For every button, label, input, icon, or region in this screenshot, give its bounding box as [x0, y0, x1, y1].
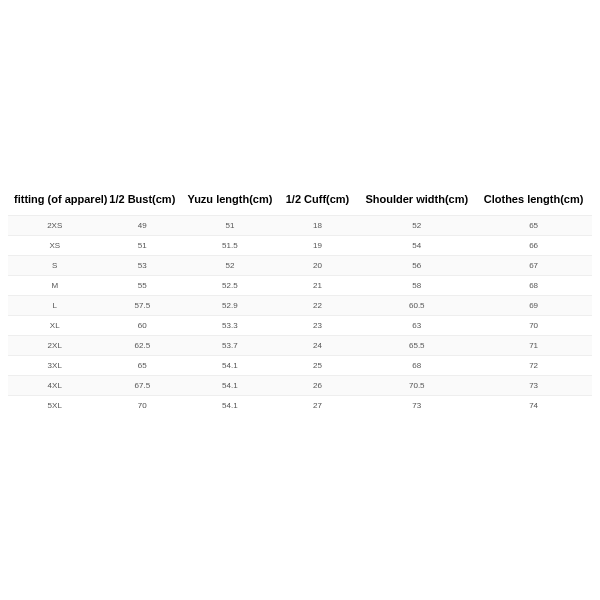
table-cell: 60.5 — [358, 296, 475, 316]
table-cell: 3XL — [8, 356, 101, 376]
table-cell: 54.1 — [183, 376, 276, 396]
table-cell: 27 — [277, 396, 359, 416]
table-cell: 2XS — [8, 216, 101, 236]
table-cell: 2XL — [8, 336, 101, 356]
col-header-yuzu: Yuzu length(cm) — [183, 185, 276, 216]
table-cell: 22 — [277, 296, 359, 316]
table-row: XL6053.3236370 — [8, 316, 592, 336]
table-cell: 58 — [358, 276, 475, 296]
table-cell: 24 — [277, 336, 359, 356]
table-cell: 52.5 — [183, 276, 276, 296]
table-cell: 23 — [277, 316, 359, 336]
table-cell: XL — [8, 316, 101, 336]
size-chart-table: fitting (of apparel) 1/2 Bust(cm) Yuzu l… — [8, 185, 592, 415]
size-chart-container: fitting (of apparel) 1/2 Bust(cm) Yuzu l… — [0, 185, 600, 415]
table-cell: 67 — [475, 256, 592, 276]
table-cell: M — [8, 276, 101, 296]
col-header-length: Clothes length(cm) — [475, 185, 592, 216]
table-cell: 71 — [475, 336, 592, 356]
table-row: M5552.5215868 — [8, 276, 592, 296]
table-cell: 49 — [101, 216, 183, 236]
table-cell: 21 — [277, 276, 359, 296]
col-header-bust: 1/2 Bust(cm) — [101, 185, 183, 216]
table-cell: 53.3 — [183, 316, 276, 336]
table-cell: 60 — [101, 316, 183, 336]
table-cell: 70 — [475, 316, 592, 336]
table-cell: 74 — [475, 396, 592, 416]
table-cell: 62.5 — [101, 336, 183, 356]
table-cell: 70.5 — [358, 376, 475, 396]
table-body: 2XS4951185265XS5151.5195466S5352205667M5… — [8, 216, 592, 416]
table-cell: 57.5 — [101, 296, 183, 316]
table-cell: 51 — [183, 216, 276, 236]
table-cell: 20 — [277, 256, 359, 276]
table-cell: 65 — [101, 356, 183, 376]
table-row: XS5151.5195466 — [8, 236, 592, 256]
table-cell: 72 — [475, 356, 592, 376]
table-cell: 51.5 — [183, 236, 276, 256]
header-row: fitting (of apparel) 1/2 Bust(cm) Yuzu l… — [8, 185, 592, 216]
table-cell: 67.5 — [101, 376, 183, 396]
table-cell: 18 — [277, 216, 359, 236]
table-row: 3XL6554.1256872 — [8, 356, 592, 376]
col-header-shoulder: Shoulder width(cm) — [358, 185, 475, 216]
col-header-cuff: 1/2 Cuff(cm) — [277, 185, 359, 216]
table-cell: 26 — [277, 376, 359, 396]
table-cell: 4XL — [8, 376, 101, 396]
table-cell: 68 — [358, 356, 475, 376]
table-cell: L — [8, 296, 101, 316]
table-cell: 5XL — [8, 396, 101, 416]
table-cell: S — [8, 256, 101, 276]
col-header-fitting: fitting (of apparel) — [8, 185, 101, 216]
table-cell: 66 — [475, 236, 592, 256]
table-row: 2XS4951185265 — [8, 216, 592, 236]
table-cell: 68 — [475, 276, 592, 296]
table-cell: 73 — [358, 396, 475, 416]
table-cell: 54 — [358, 236, 475, 256]
table-cell: 55 — [101, 276, 183, 296]
table-row: 2XL62.553.72465.571 — [8, 336, 592, 356]
table-cell: XS — [8, 236, 101, 256]
table-cell: 53 — [101, 256, 183, 276]
table-cell: 51 — [101, 236, 183, 256]
table-cell: 63 — [358, 316, 475, 336]
table-cell: 52 — [358, 216, 475, 236]
table-cell: 19 — [277, 236, 359, 256]
table-cell: 70 — [101, 396, 183, 416]
table-cell: 25 — [277, 356, 359, 376]
table-cell: 54.1 — [183, 356, 276, 376]
table-cell: 56 — [358, 256, 475, 276]
table-row: 4XL67.554.12670.573 — [8, 376, 592, 396]
table-cell: 65 — [475, 216, 592, 236]
table-cell: 65.5 — [358, 336, 475, 356]
table-cell: 53.7 — [183, 336, 276, 356]
table-cell: 54.1 — [183, 396, 276, 416]
table-row: L57.552.92260.569 — [8, 296, 592, 316]
table-cell: 52 — [183, 256, 276, 276]
table-cell: 73 — [475, 376, 592, 396]
table-row: S5352205667 — [8, 256, 592, 276]
table-row: 5XL7054.1277374 — [8, 396, 592, 416]
table-cell: 52.9 — [183, 296, 276, 316]
table-cell: 69 — [475, 296, 592, 316]
